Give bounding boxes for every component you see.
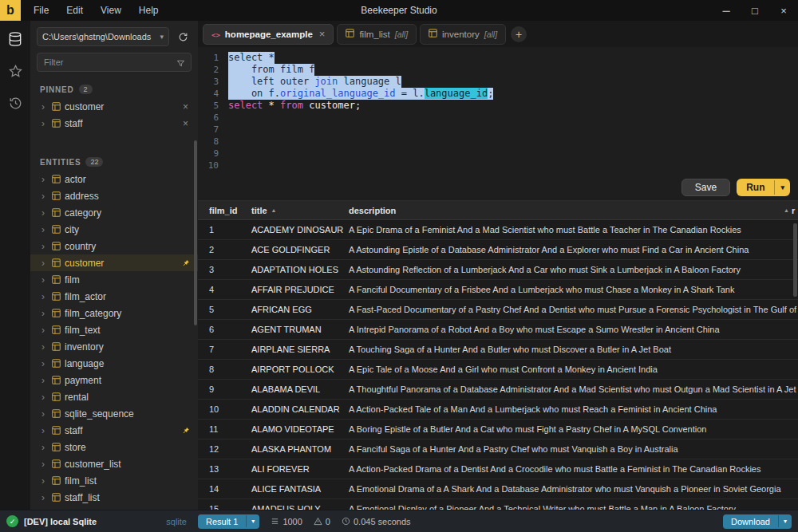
sidebar-item-customer_list[interactable]: ›customer_list (30, 455, 198, 472)
connection-selector[interactable]: C:\Users\ghstng\Downloads ▾ (37, 27, 169, 46)
table-row[interactable]: 4AFFAIR PREJUDICEA Fanciful Documentary … (198, 280, 798, 300)
chevron-right-icon[interactable]: › (41, 191, 48, 201)
chevron-right-icon[interactable]: › (41, 510, 48, 510)
chevron-right-icon[interactable]: › (41, 476, 48, 486)
pinned-section-header[interactable]: PINNED 2 (30, 77, 198, 98)
sidebar-item-actor[interactable]: ›actor (30, 171, 198, 187)
sidebar-item-customer[interactable]: ›customer× (30, 98, 198, 115)
sidebar-item-customer[interactable]: ›customer (30, 254, 198, 271)
sidebar-item-country[interactable]: ›country (30, 238, 198, 254)
table-row[interactable]: 15AMADEUS HOLYA Emotional Display of a P… (198, 499, 798, 510)
column-header-film_id[interactable]: film_id (209, 206, 251, 215)
results-body[interactable]: 1ACADEMY DINOSAURA Epic Drama of a Femin… (198, 220, 798, 510)
chevron-right-icon[interactable]: › (41, 275, 48, 285)
tab-inventory[interactable]: inventory[all] (420, 24, 506, 45)
table-row[interactable]: 12ALASKA PHANTOMA Fanciful Saga of a Hun… (198, 439, 798, 459)
refresh-icon[interactable] (174, 28, 192, 45)
sidebar-item-film_actor[interactable]: ›film_actor (30, 288, 198, 305)
sidebar-item-film_text[interactable]: ›film_text (30, 321, 198, 338)
save-button[interactable]: Save (681, 179, 730, 196)
sidebar-item-film[interactable]: ›film (30, 271, 198, 288)
connection-status[interactable]: ✓ [DEV] local Sqlite sqlite (0, 515, 198, 527)
sidebar-item-film_category[interactable]: ›film_category (30, 305, 198, 321)
result-selector-button[interactable]: Result 1 ▾ (198, 514, 259, 529)
menu-file[interactable]: File (34, 5, 49, 16)
chevron-right-icon[interactable]: › (41, 409, 48, 419)
history-icon[interactable] (6, 94, 24, 112)
sidebar-item-sqlite_sequence[interactable]: ›sqlite_sequence (30, 405, 198, 422)
table-row[interactable]: 1ACADEMY DINOSAURA Epic Drama of a Femin… (198, 220, 798, 240)
sidebar-item-inventory[interactable]: ›inventory (30, 338, 198, 355)
entities-section-header[interactable]: ENTITIES 22 (30, 149, 198, 171)
chevron-right-icon[interactable]: › (41, 208, 48, 218)
download-button[interactable]: Download ▾ (723, 514, 792, 529)
menu-help[interactable]: Help (139, 5, 159, 16)
chevron-right-icon[interactable]: › (41, 242, 48, 251)
chevron-right-icon[interactable]: › (41, 225, 48, 234)
sidebar-scrollbar[interactable] (194, 140, 197, 325)
database-icon[interactable] (6, 30, 24, 48)
sidebar-item-payment[interactable]: ›payment (30, 372, 198, 388)
sidebar-item-sales_by_store[interactable]: ›sales_by_store (30, 506, 198, 510)
sidebar-item-staff[interactable]: ›staff× (30, 115, 198, 132)
minimize-icon[interactable]: ─ (712, 0, 741, 21)
run-dropdown-icon[interactable]: ▾ (774, 180, 790, 195)
favorites-star-icon[interactable] (6, 62, 24, 80)
close-tab-icon[interactable]: × (319, 28, 326, 40)
chevron-right-icon[interactable]: › (41, 102, 48, 112)
chevron-right-icon[interactable]: › (41, 258, 48, 268)
unpin-close-icon[interactable]: × (180, 101, 192, 112)
sidebar-item-film_list[interactable]: ›film_list (30, 472, 198, 489)
table-row[interactable]: 2ACE GOLDFINGERA Astounding Epistle of a… (198, 240, 798, 260)
table-row[interactable]: 10ALADDIN CALENDARA Action-Packed Tale o… (198, 400, 798, 420)
menu-edit[interactable]: Edit (66, 5, 83, 16)
table-row[interactable]: 3ADAPTATION HOLESA Astounding Reflection… (198, 260, 798, 280)
sidebar-item-staff[interactable]: ›staff (30, 422, 198, 439)
chevron-right-icon[interactable]: › (41, 175, 48, 184)
chevron-right-icon[interactable]: › (41, 493, 48, 502)
results-scrollbar[interactable] (793, 223, 797, 297)
column-header-title[interactable]: title▲ (251, 206, 349, 215)
sidebar-item-store[interactable]: ›store (30, 439, 198, 455)
menu-view[interactable]: View (101, 5, 121, 16)
filter-input[interactable] (37, 53, 192, 72)
sidebar-item-rental[interactable]: ›rental (30, 388, 198, 405)
sidebar-item-category[interactable]: ›category (30, 204, 198, 221)
scroll-up-icon[interactable]: ▲ (784, 207, 789, 213)
table-row[interactable]: 6AGENT TRUMANA Intrepid Panorama of a Ro… (198, 320, 798, 340)
chevron-right-icon[interactable]: › (41, 292, 48, 301)
column-header-description[interactable]: description (349, 206, 784, 215)
chevron-right-icon[interactable]: › (41, 342, 48, 352)
chevron-right-icon[interactable]: › (41, 309, 48, 318)
table-row[interactable]: 8AIRPORT POLLOCKA Epic Tale of a Moose A… (198, 360, 798, 380)
result-dropdown-icon[interactable]: ▾ (246, 515, 259, 527)
chevron-right-icon[interactable]: › (41, 376, 48, 385)
sql-editor[interactable]: 1select *2 from film f3 left outer join … (198, 47, 798, 175)
sidebar-item-language[interactable]: ›language (30, 355, 198, 372)
chevron-right-icon[interactable]: › (41, 359, 48, 368)
run-button[interactable]: Run ▾ (737, 179, 790, 196)
new-tab-button[interactable]: + (511, 26, 527, 42)
chevron-right-icon[interactable]: › (41, 459, 48, 469)
unpin-close-icon[interactable]: × (180, 118, 192, 129)
maximize-icon[interactable]: □ (741, 0, 769, 21)
filter-funnel-icon[interactable] (176, 57, 185, 71)
sidebar-item-staff_list[interactable]: ›staff_list (30, 489, 198, 506)
chevron-right-icon[interactable]: › (41, 392, 48, 402)
tab-film_list[interactable]: film_list[all] (337, 24, 417, 45)
table-row[interactable]: 14ALICE FANTASIAA Emotional Drama of a A… (198, 479, 798, 499)
chevron-right-icon[interactable]: › (41, 426, 48, 435)
download-dropdown-icon[interactable]: ▾ (778, 515, 792, 527)
sort-asc-icon[interactable]: ▲ (271, 207, 277, 213)
chevron-right-icon[interactable]: › (41, 443, 48, 452)
sidebar-item-city[interactable]: ›city (30, 221, 198, 238)
chevron-right-icon[interactable]: › (41, 119, 48, 128)
table-row[interactable]: 7AIRPLANE SIERRAA Touching Saga of a Hun… (198, 340, 798, 360)
chevron-right-icon[interactable]: › (41, 325, 48, 335)
close-icon[interactable]: × (769, 0, 798, 21)
table-row[interactable]: 13ALI FOREVERA Action-Packed Drama of a … (198, 459, 798, 479)
table-row[interactable]: 5AFRICAN EGGA Fast-Paced Documentary of … (198, 300, 798, 320)
tab-homepage_example[interactable]: <>homepage_example× (203, 24, 334, 45)
table-row[interactable]: 9ALABAMA DEVILA Thoughtful Panorama of a… (198, 380, 798, 400)
table-row[interactable]: 11ALAMO VIDEOTAPEA Boring Epistle of a B… (198, 420, 798, 439)
